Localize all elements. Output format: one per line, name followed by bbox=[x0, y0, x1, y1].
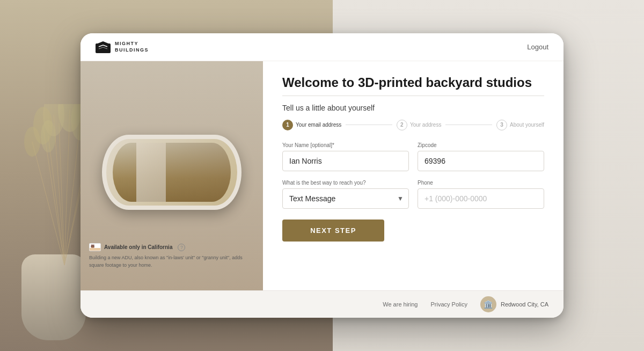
left-panel: Available only in California ? Building … bbox=[80, 61, 263, 290]
location-badge-icon: 🏛️ bbox=[480, 296, 496, 312]
privacy-link[interactable]: Privacy Policy bbox=[430, 301, 467, 308]
studio-interior bbox=[113, 143, 231, 202]
step-1: 1 Your email address bbox=[282, 120, 341, 130]
hiring-link[interactable]: We are hiring bbox=[383, 301, 418, 308]
steps-indicator: 1 Your email address 2 Your address 3 Ab… bbox=[282, 120, 544, 130]
zipcode-input[interactable] bbox=[418, 151, 544, 171]
studio-body bbox=[102, 135, 241, 210]
next-step-button[interactable]: NEXT STEP bbox=[282, 220, 384, 242]
footer: We are hiring Privacy Policy 🏛️ Redwood … bbox=[80, 290, 564, 318]
step-2: 2 Your address bbox=[397, 120, 442, 130]
title-divider bbox=[282, 96, 544, 96]
step-2-circle: 2 bbox=[397, 120, 407, 130]
tablet-frame: MIGHTY BUILDINGS Logout bbox=[80, 33, 564, 318]
step-line-1 bbox=[346, 125, 392, 125]
svg-marker-18 bbox=[98, 41, 108, 43]
svg-point-14 bbox=[41, 120, 56, 152]
studio-visual bbox=[102, 135, 241, 210]
reach-select-wrapper: Text Message Phone Call Email ▼ bbox=[282, 188, 409, 209]
zip-label: Zipcode bbox=[418, 142, 544, 148]
reach-group: What is the best way to reach you? Text … bbox=[282, 180, 409, 209]
phone-label: Phone bbox=[418, 180, 544, 186]
step-1-label: Your email address bbox=[296, 122, 341, 128]
reach-label: What is the best way to reach you? bbox=[282, 180, 409, 186]
logo-text: MIGHTY BUILDINGS bbox=[115, 41, 149, 53]
help-icon[interactable]: ? bbox=[178, 244, 185, 251]
step-3: 3 About yourself bbox=[496, 120, 544, 130]
california-notice: Available only in California ? Building … bbox=[89, 243, 254, 269]
vase-decoration bbox=[21, 254, 86, 340]
name-group: Your Name [optional]* bbox=[282, 142, 409, 171]
location-label: Redwood City, CA bbox=[501, 301, 548, 308]
california-flag-icon bbox=[89, 243, 101, 251]
zip-group: Zipcode bbox=[418, 142, 544, 171]
name-input[interactable] bbox=[282, 151, 409, 171]
name-zip-row: Your Name [optional]* Zipcode bbox=[282, 142, 544, 171]
form-subtitle: Tell us a little about yourself bbox=[282, 104, 544, 112]
reach-select[interactable]: Text Message Phone Call Email bbox=[282, 188, 409, 209]
header: MIGHTY BUILDINGS Logout bbox=[80, 33, 564, 61]
step-3-circle: 3 bbox=[496, 120, 507, 130]
step-2-label: Your address bbox=[410, 122, 442, 128]
logo-area: MIGHTY BUILDINGS bbox=[96, 41, 149, 53]
step-3-label: About yourself bbox=[510, 122, 544, 128]
phone-group: Phone bbox=[418, 180, 544, 209]
step-line-2 bbox=[445, 125, 492, 125]
name-label: Your Name [optional]* bbox=[282, 142, 409, 148]
right-panel: Welcome to 3D-printed backyard studios T… bbox=[263, 61, 564, 290]
reach-phone-row: What is the best way to reach you? Text … bbox=[282, 180, 544, 209]
page-title: Welcome to 3D-printed backyard studios bbox=[282, 74, 544, 91]
logo-icon bbox=[96, 41, 111, 53]
logout-button[interactable]: Logout bbox=[527, 43, 548, 51]
content-area: Available only in California ? Building … bbox=[80, 61, 564, 290]
california-label: Available only in California bbox=[104, 244, 172, 250]
california-badge: Available only in California ? bbox=[89, 243, 254, 251]
step-1-circle: 1 bbox=[282, 120, 293, 130]
location-area: 🏛️ Redwood City, CA bbox=[480, 296, 548, 312]
svg-point-15 bbox=[24, 127, 40, 157]
studio-window bbox=[113, 143, 231, 202]
phone-input[interactable] bbox=[418, 188, 544, 209]
california-description: Building a new ADU, also known as "in-la… bbox=[89, 254, 254, 269]
